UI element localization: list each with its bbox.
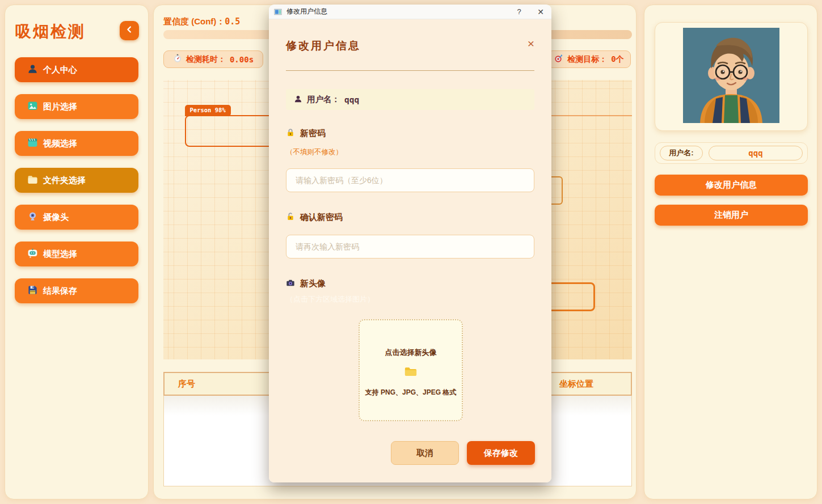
sidebar-item-image-select[interactable]: 图片选择 [15, 94, 138, 119]
sidebar-item-label: 摄像头 [43, 212, 69, 223]
dialog-actions: 取消 保存修改 [391, 441, 535, 465]
sidebar-nav: 个人中心 图片选择 视频选择 文件夹选择 摄像头 模型选择 结果保存 [15, 57, 138, 315]
unlock-icon [286, 212, 295, 223]
stopwatch-icon [173, 54, 182, 65]
image-icon [27, 100, 38, 113]
save-icon [27, 285, 38, 297]
sidebar: 吸烟检测 个人中心 图片选择 视频选择 文件夹选择 摄像头 模型选择 [5, 5, 149, 499]
lock-icon [286, 128, 295, 139]
username-value: qqq [709, 146, 803, 160]
dialog-heading-close-icon[interactable]: × [528, 37, 534, 49]
divider [286, 70, 534, 71]
sidebar-item-label: 结果保存 [43, 286, 77, 297]
dropzone-formats: 支持 PNG、JPG、JPEG 格式 [365, 388, 457, 397]
new-password-input[interactable] [286, 168, 534, 192]
sidebar-item-label: 模型选择 [43, 249, 77, 260]
webcam-icon [27, 211, 38, 223]
new-password-hint: （不填则不修改） [286, 147, 343, 157]
dialog-heading: 修改用户信息 [286, 39, 361, 53]
dialog-username-value: qqq [344, 95, 359, 104]
sidebar-item-label: 文件夹选择 [43, 175, 86, 186]
sidebar-item-label: 图片选择 [43, 101, 77, 112]
camera-icon [286, 278, 295, 289]
confidence-value: 0.5 [225, 16, 240, 27]
dialog-titlebar[interactable]: 修改用户信息 ? ✕ [269, 5, 551, 19]
detection-box-label: Person 98% [185, 105, 231, 116]
person-icon [27, 63, 38, 76]
target-icon [554, 54, 563, 65]
confidence-label: 置信度 (Conf)：0.5 [163, 16, 240, 27]
clapper-icon [27, 137, 38, 150]
dialog-content: 修改用户信息 × 用户名： qqq 新密码 （不填则不修改） 确认新密码 新头像… [269, 19, 551, 482]
dropzone-title: 点击选择新头像 [385, 348, 437, 358]
dialog-close-button[interactable]: ✕ [530, 5, 551, 19]
sidebar-item-save-results[interactable]: 结果保存 [15, 278, 138, 303]
sidebar-collapse-button[interactable] [120, 21, 139, 40]
chevron-left-icon [124, 24, 134, 37]
app-title: 吸烟检测 [15, 21, 86, 43]
new-avatar-hint: （点击下方区域选择图片） [286, 294, 374, 304]
confirm-password-input[interactable] [286, 235, 534, 259]
avatar-card [655, 22, 808, 131]
sidebar-item-profile[interactable]: 个人中心 [15, 57, 138, 82]
sidebar-item-model-select[interactable]: 模型选择 [15, 242, 138, 266]
username-label: 用户名: [660, 146, 703, 160]
column-header-index: 序号 [178, 373, 195, 395]
detection-time-badge: 检测耗时：0.00s [163, 50, 263, 68]
cancel-button[interactable]: 取消 [391, 441, 459, 465]
profile-panel: 用户名: qqq 修改用户信息 注销用户 [644, 5, 817, 499]
dialog-username-row: 用户名： qqq [286, 89, 534, 110]
sidebar-item-video-select[interactable]: 视频选择 [15, 131, 138, 156]
window-icon [274, 8, 282, 16]
robot-icon [27, 248, 38, 260]
username-row: 用户名: qqq [655, 142, 808, 164]
dialog-help-button[interactable]: ? [508, 5, 530, 19]
detection-target-badge: 检测目标：0个 [547, 50, 631, 68]
confirm-password-label: 确认新密码 [286, 212, 343, 223]
sidebar-item-label: 个人中心 [43, 65, 77, 75]
avatar-dropzone[interactable]: 点击选择新头像 支持 PNG、JPG、JPEG 格式 [359, 319, 463, 421]
sidebar-item-label: 视频选择 [43, 138, 77, 149]
user-avatar-image [683, 28, 779, 125]
dialog-window-title: 修改用户信息 [286, 7, 327, 16]
column-header-coords: 坐标位置 [559, 373, 593, 395]
save-changes-button[interactable]: 保存修改 [467, 441, 535, 465]
edit-user-info-button[interactable]: 修改用户信息 [655, 175, 808, 196]
folder-icon [404, 366, 417, 379]
sidebar-item-folder-select[interactable]: 文件夹选择 [15, 168, 138, 193]
sidebar-item-camera[interactable]: 摄像头 [15, 205, 138, 230]
edit-user-dialog: 修改用户信息 ? ✕ 修改用户信息 × 用户名： qqq 新密码 （不填则不修改… [269, 5, 551, 482]
folder-icon [27, 174, 38, 187]
logout-user-button[interactable]: 注销用户 [655, 205, 808, 226]
person-icon [294, 95, 302, 105]
new-password-label: 新密码 [286, 128, 326, 139]
new-avatar-label: 新头像 [286, 278, 326, 289]
